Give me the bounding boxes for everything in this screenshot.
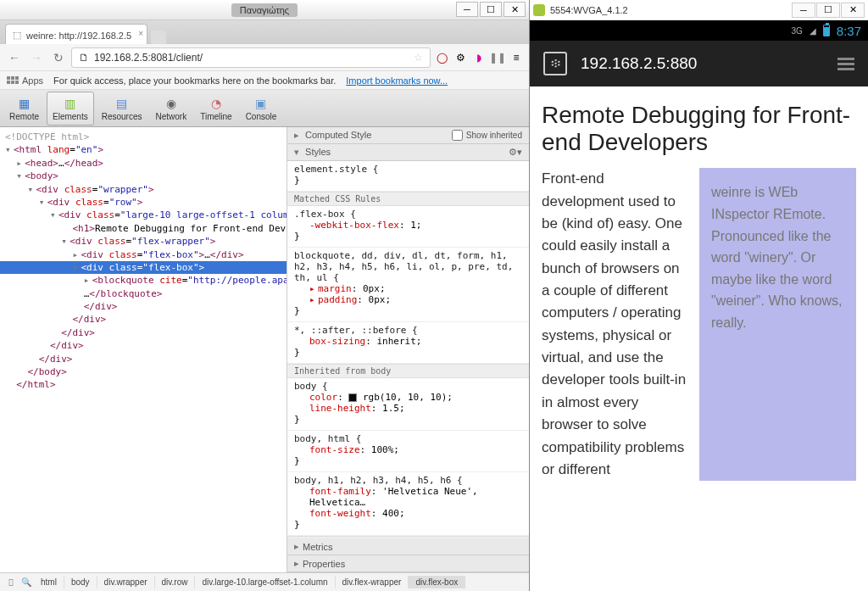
extension-gear-icon[interactable]: ⚙ xyxy=(453,50,468,65)
android-status-bar: 3G ◢ 8:37 xyxy=(530,20,868,41)
import-bookmarks-link[interactable]: Import bookmarks now... xyxy=(346,75,448,86)
extension-color-icon[interactable]: ◗ xyxy=(471,50,487,65)
rendered-page[interactable]: Remote Debugging for Front-end Developer… xyxy=(530,86,868,591)
window-titlebar: Παναγιώτης ─ ☐ ✕ xyxy=(0,0,529,20)
url-text: 192.168.2.5:8081/client/ xyxy=(94,52,409,64)
clock: 8:37 xyxy=(837,24,861,38)
devtools-toolbar: ▦Remote ▥Elements ▤Resources ◉Network ◔T… xyxy=(0,90,529,127)
devtools-tab-remote[interactable]: ▦Remote xyxy=(3,92,45,125)
properties-header[interactable]: Properties xyxy=(287,555,529,572)
close-button[interactable]: ✕ xyxy=(504,2,526,17)
styles-panel: Computed Style Show inherited Styles ⚙▾ … xyxy=(287,127,529,572)
computed-style-header[interactable]: Computed Style Show inherited xyxy=(287,127,529,144)
extension-stop-icon[interactable]: ◯ xyxy=(434,50,449,65)
window-controls: ─ ☐ ✕ xyxy=(456,2,526,17)
extension-pause-icon[interactable]: ❚❚ xyxy=(490,50,505,65)
crumb[interactable]: div.flex-wrapper xyxy=(336,576,409,588)
crumb[interactable]: div.wrapper xyxy=(97,576,155,588)
forward-button[interactable]: → xyxy=(27,48,46,67)
signal-icon: ◢ xyxy=(810,26,816,36)
chrome-menu-icon[interactable]: ≡ xyxy=(509,50,524,65)
crumb-active[interactable]: div.flex-box xyxy=(409,576,465,588)
article-text: Front-end development used to be (kind o… xyxy=(542,168,689,481)
styles-gear-icon[interactable]: ⚙▾ xyxy=(509,147,522,158)
dom-selected-node: <div class="flex-box"> xyxy=(0,261,287,274)
search-icon[interactable]: 🔍 xyxy=(19,577,34,587)
address-bar[interactable]: 🗋 192.168.2.5:8081/client/ ☆ xyxy=(71,47,431,68)
emulator-close-button[interactable]: ✕ xyxy=(841,3,865,18)
devtools-body: <!DOCTYPE html> <html lang="en"> <head>…… xyxy=(0,127,529,572)
flex-wrapper: Front-end development used to be (kind o… xyxy=(542,168,856,481)
devtools-tab-console[interactable]: ▣Console xyxy=(240,92,283,125)
show-inherited-checkbox[interactable] xyxy=(452,130,463,141)
crumb[interactable]: div.large-10.large-offset-1.column xyxy=(195,576,335,588)
tab-close-icon[interactable]: × xyxy=(138,29,143,38)
tab-title: weinre: http://192.168.2.5 xyxy=(26,31,131,41)
reload-button[interactable]: ↻ xyxy=(49,48,68,67)
maximize-button[interactable]: ☐ xyxy=(480,2,502,17)
emulator-window: 5554:WVGA_4.1.2 ─ ☐ ✕ 3G ◢ 8:37 ፨ 192.16… xyxy=(530,0,868,591)
console-toggle-icon[interactable]: ⌷ xyxy=(3,577,19,587)
crumb[interactable]: html xyxy=(34,576,64,588)
globe-icon: ፨ xyxy=(543,52,567,75)
emulator-minimize-button[interactable]: ─ xyxy=(792,3,815,18)
devtools-tab-network[interactable]: ◉Network xyxy=(150,92,193,125)
apps-grid-icon xyxy=(7,76,19,84)
bookmarks-bar: Apps For quick access, place your bookma… xyxy=(0,71,529,90)
address-bar-row: ← → ↻ 🗋 192.168.2.5:8081/client/ ☆ ◯ ⚙ ◗… xyxy=(0,44,529,71)
page-heading: Remote Debugging for Front-end Developer… xyxy=(542,102,856,156)
hamburger-icon[interactable] xyxy=(837,58,854,70)
crumb[interactable]: body xyxy=(64,576,97,588)
bookmark-star-icon[interactable]: ☆ xyxy=(414,52,423,64)
minimize-button[interactable]: ─ xyxy=(456,2,478,17)
elements-dom-tree[interactable]: <!DOCTYPE html> <html lang="en"> <head>…… xyxy=(0,127,287,572)
emulator-titlebar: 5554:WVGA_4.1.2 ─ ☐ ✕ xyxy=(530,0,868,20)
android-icon xyxy=(533,4,545,16)
emulator-title: 5554:WVGA_4.1.2 xyxy=(550,5,628,15)
new-tab-button[interactable] xyxy=(151,31,166,44)
highlighted-flex-box: weinre is WEb INspector REmote. Pronounc… xyxy=(699,168,856,481)
devtools-tab-resources[interactable]: ▤Resources xyxy=(96,92,148,125)
network-type-icon: 3G xyxy=(791,26,802,36)
elements-breadcrumb: ⌷ 🔍 html body div.wrapper div.row div.la… xyxy=(0,572,529,591)
browser-tab[interactable]: ⬚ weinre: http://192.168.2.5 × xyxy=(5,24,147,44)
browser-tabbar: ⬚ weinre: http://192.168.2.5 × xyxy=(0,20,529,44)
devtools-tab-timeline[interactable]: ◔Timeline xyxy=(194,92,237,125)
battery-icon xyxy=(823,25,830,36)
styles-rules[interactable]: element.style {} Matched CSS Rules .flex… xyxy=(287,161,529,538)
window-title-label: Παναγιώτης xyxy=(231,3,298,17)
page-icon: 🗋 xyxy=(79,52,89,64)
devtools-tab-elements[interactable]: ▥Elements xyxy=(47,92,94,125)
tab-favicon: ⬚ xyxy=(13,30,21,41)
styles-header[interactable]: Styles ⚙▾ xyxy=(287,144,529,161)
metrics-header[interactable]: Metrics xyxy=(287,538,529,555)
chrome-window: Παναγιώτης ─ ☐ ✕ ⬚ weinre: http://192.16… xyxy=(0,0,530,591)
app-url: 192.168.2.5:880 xyxy=(581,54,824,73)
apps-button[interactable]: Apps xyxy=(7,75,43,86)
back-button[interactable]: ← xyxy=(5,48,24,67)
emulator-maximize-button[interactable]: ☐ xyxy=(816,3,840,18)
crumb[interactable]: div.row xyxy=(155,576,196,588)
app-toolbar: ፨ 192.168.2.5:880 xyxy=(530,41,868,86)
bookmarks-hint: For quick access, place your bookmarks h… xyxy=(53,75,336,86)
